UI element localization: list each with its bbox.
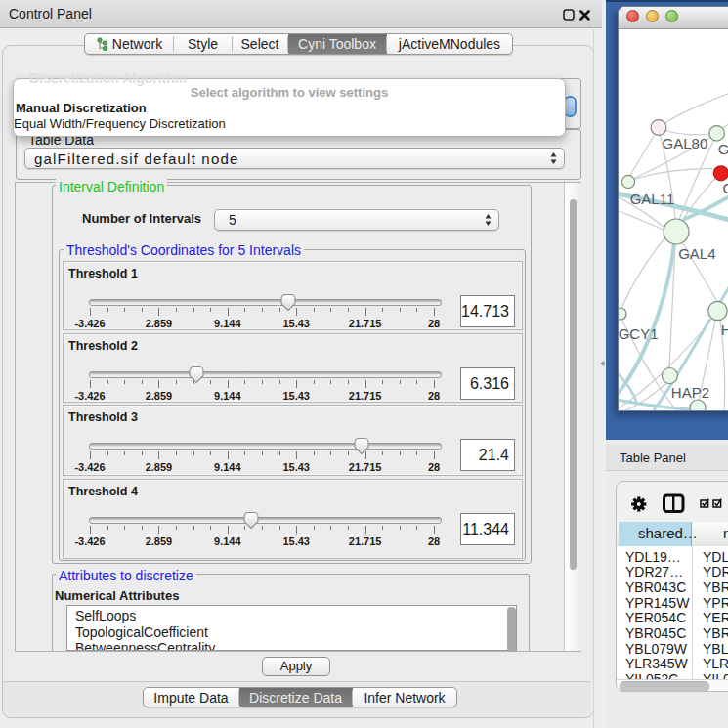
svg-text:H: H	[721, 321, 728, 338]
svg-text:GCY1: GCY1	[619, 325, 659, 342]
svg-text:GA: GA	[718, 141, 728, 157]
svg-text:GAL4: GAL4	[678, 245, 715, 262]
svg-text:GAL80: GAL80	[663, 135, 708, 151]
svg-text:HAP2: HAP2	[671, 384, 709, 401]
svg-text:C: C	[723, 180, 728, 196]
svg-text:GAL11: GAL11	[630, 191, 675, 207]
